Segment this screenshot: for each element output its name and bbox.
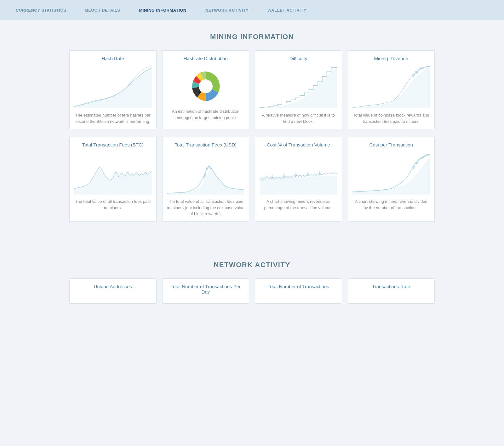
card-hash-rate-title: Hash Rate: [102, 56, 124, 61]
card-unique-addresses[interactable]: Unique Addresses: [69, 278, 157, 304]
card-total-tx-fees-usd[interactable]: Total Transaction Fees (USD) The total v…: [162, 137, 249, 222]
card-difficulty-title: Difficulty: [289, 56, 307, 61]
card-hashrate-distribution-desc: An estimation of hashrate distribution a…: [167, 108, 245, 121]
mining-row-1: Hash Rate The estimated number of tera h…: [69, 50, 435, 129]
card-difficulty[interactable]: Difficulty A relative measure of how dif…: [255, 50, 342, 129]
mining-row-2: Total Transaction Fees (BTC) The total v…: [69, 137, 435, 222]
card-mining-revenue-title: Mining Revenue: [374, 56, 408, 61]
card-total-tx-fees-btc-title: Total Transaction Fees (BTC): [82, 142, 144, 147]
card-hash-rate-desc: The estimated number of tera hashes per …: [74, 112, 152, 124]
card-difficulty-desc: A relative measure of how difficult it i…: [260, 112, 337, 124]
card-total-tx-title: Total Number of Transactions: [268, 284, 329, 289]
total-tx-fees-btc-chart: [74, 151, 152, 195]
card-total-tx-fees-usd-desc: The total value of all transaction fees …: [167, 198, 245, 217]
card-cost-per-tx-title: Cost per Transaction: [369, 142, 413, 147]
card-hashrate-distribution-title: Hashrate Distribution: [184, 56, 228, 61]
nav-currency-statistics[interactable]: CURRENCY STATISTICS: [6, 8, 76, 13]
hash-rate-chart: [74, 64, 152, 108]
mining-section-title: MINING INFORMATION: [6, 33, 498, 41]
card-total-tx-fees-btc-desc: The total value of all transaction fees …: [74, 198, 152, 211]
card-total-tx-fees-usd-title: Total Transaction Fees (USD): [175, 142, 237, 147]
nav-mining-information[interactable]: MINING INFORMATION: [129, 8, 196, 13]
card-cost-pct-volume-title: Cost % of Transaction Volume: [267, 142, 330, 147]
card-cost-pct-volume-desc: A chart showing miners revenue as percen…: [260, 198, 337, 211]
card-mining-revenue[interactable]: Mining Revenue Total value of coinbase b…: [348, 50, 435, 129]
card-hashrate-distribution[interactable]: Hashrate Distribution: [162, 50, 249, 129]
network-section-title: NETWORK ACTIVITY: [6, 261, 498, 269]
card-total-tx-fees-btc[interactable]: Total Transaction Fees (BTC) The total v…: [69, 137, 157, 222]
hashrate-distribution-chart: [167, 64, 245, 108]
card-total-tx-per-day-title: Total Number of Transactions Per Day: [167, 284, 245, 294]
difficulty-chart: [260, 64, 337, 108]
total-tx-fees-usd-chart: [167, 151, 245, 195]
card-total-tx[interactable]: Total Number of Transactions: [255, 278, 342, 304]
card-total-tx-per-day[interactable]: Total Number of Transactions Per Day: [162, 278, 249, 304]
nav-wallet-activity[interactable]: WALLET ACTIVITY: [258, 8, 316, 13]
cost-per-tx-chart: [352, 151, 430, 195]
nav-block-details[interactable]: BLOCK DETAILS: [76, 8, 129, 13]
network-section: NETWORK ACTIVITY Unique Addresses Total …: [0, 248, 504, 330]
card-unique-addresses-title: Unique Addresses: [94, 284, 132, 289]
network-row-1: Unique Addresses Total Number of Transac…: [69, 278, 435, 304]
card-cost-per-tx-desc: A chart showing miners revenue divided b…: [352, 198, 430, 211]
card-cost-per-tx[interactable]: Cost per Transaction A chart showing min…: [348, 137, 435, 222]
card-cost-pct-volume[interactable]: Cost % of Transaction Volume A chart sho…: [255, 137, 342, 222]
cost-pct-volume-chart: [260, 151, 337, 195]
main-nav: CURRENCY STATISTICS BLOCK DETAILS MINING…: [0, 0, 504, 20]
card-tx-rate-title: Transactions Rate: [372, 284, 410, 289]
svg-point-0: [199, 79, 213, 93]
card-tx-rate[interactable]: Transactions Rate: [348, 278, 435, 304]
card-hash-rate[interactable]: Hash Rate The estimated number of tera h…: [69, 50, 157, 129]
mining-section: MINING INFORMATION Hash Rate The estimat…: [0, 20, 504, 248]
card-mining-revenue-desc: Total value of coinbase block rewards an…: [352, 112, 430, 124]
mining-revenue-chart: [352, 64, 430, 108]
nav-network-activity[interactable]: NETWORK ACTIVITY: [196, 8, 258, 13]
